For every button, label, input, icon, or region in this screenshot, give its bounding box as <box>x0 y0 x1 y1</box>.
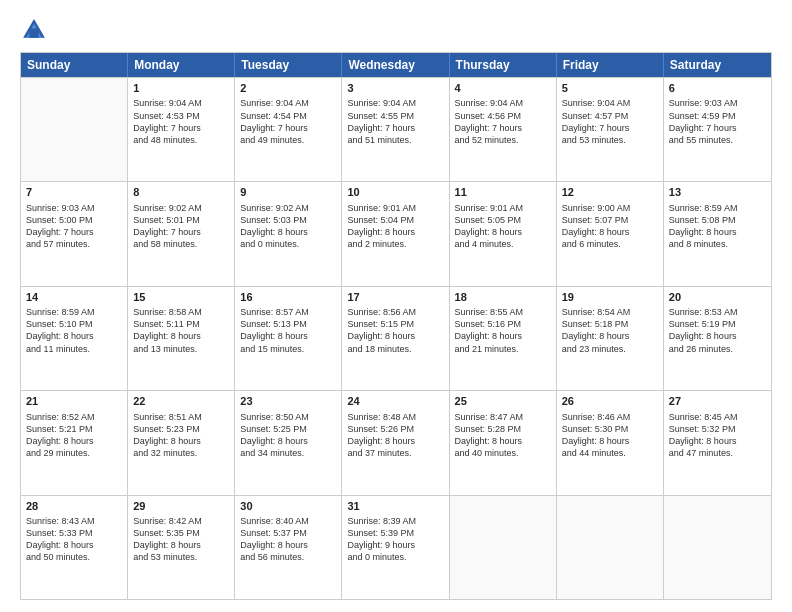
calendar-cell: 17Sunrise: 8:56 AM Sunset: 5:15 PM Dayli… <box>342 287 449 390</box>
logo-icon <box>20 16 48 44</box>
cell-info: Sunrise: 9:04 AM Sunset: 4:54 PM Dayligh… <box>240 97 336 146</box>
cell-info: Sunrise: 8:59 AM Sunset: 5:10 PM Dayligh… <box>26 306 122 355</box>
calendar-cell <box>21 78 128 181</box>
calendar-cell: 29Sunrise: 8:42 AM Sunset: 5:35 PM Dayli… <box>128 496 235 599</box>
day-number: 21 <box>26 394 122 409</box>
day-number: 23 <box>240 394 336 409</box>
weekday-header: Monday <box>128 53 235 77</box>
day-number: 5 <box>562 81 658 96</box>
cell-info: Sunrise: 8:50 AM Sunset: 5:25 PM Dayligh… <box>240 411 336 460</box>
calendar-cell: 1Sunrise: 9:04 AM Sunset: 4:53 PM Daylig… <box>128 78 235 181</box>
day-number: 20 <box>669 290 766 305</box>
cell-info: Sunrise: 9:04 AM Sunset: 4:55 PM Dayligh… <box>347 97 443 146</box>
day-number: 18 <box>455 290 551 305</box>
cell-info: Sunrise: 8:52 AM Sunset: 5:21 PM Dayligh… <box>26 411 122 460</box>
day-number: 7 <box>26 185 122 200</box>
calendar-cell: 22Sunrise: 8:51 AM Sunset: 5:23 PM Dayli… <box>128 391 235 494</box>
cell-info: Sunrise: 8:53 AM Sunset: 5:19 PM Dayligh… <box>669 306 766 355</box>
cell-info: Sunrise: 9:03 AM Sunset: 5:00 PM Dayligh… <box>26 202 122 251</box>
calendar-cell: 27Sunrise: 8:45 AM Sunset: 5:32 PM Dayli… <box>664 391 771 494</box>
cell-info: Sunrise: 8:46 AM Sunset: 5:30 PM Dayligh… <box>562 411 658 460</box>
calendar-header: SundayMondayTuesdayWednesdayThursdayFrid… <box>21 53 771 77</box>
weekday-header: Sunday <box>21 53 128 77</box>
day-number: 15 <box>133 290 229 305</box>
day-number: 4 <box>455 81 551 96</box>
calendar-cell: 13Sunrise: 8:59 AM Sunset: 5:08 PM Dayli… <box>664 182 771 285</box>
day-number: 9 <box>240 185 336 200</box>
day-number: 19 <box>562 290 658 305</box>
day-number: 22 <box>133 394 229 409</box>
cell-info: Sunrise: 8:40 AM Sunset: 5:37 PM Dayligh… <box>240 515 336 564</box>
day-number: 13 <box>669 185 766 200</box>
day-number: 24 <box>347 394 443 409</box>
cell-info: Sunrise: 8:54 AM Sunset: 5:18 PM Dayligh… <box>562 306 658 355</box>
calendar-cell: 12Sunrise: 9:00 AM Sunset: 5:07 PM Dayli… <box>557 182 664 285</box>
day-number: 16 <box>240 290 336 305</box>
calendar-cell: 15Sunrise: 8:58 AM Sunset: 5:11 PM Dayli… <box>128 287 235 390</box>
calendar-cell <box>664 496 771 599</box>
calendar-body: 1Sunrise: 9:04 AM Sunset: 4:53 PM Daylig… <box>21 77 771 599</box>
day-number: 26 <box>562 394 658 409</box>
day-number: 29 <box>133 499 229 514</box>
cell-info: Sunrise: 8:48 AM Sunset: 5:26 PM Dayligh… <box>347 411 443 460</box>
calendar-cell: 21Sunrise: 8:52 AM Sunset: 5:21 PM Dayli… <box>21 391 128 494</box>
day-number: 17 <box>347 290 443 305</box>
day-number: 14 <box>26 290 122 305</box>
calendar-row: 21Sunrise: 8:52 AM Sunset: 5:21 PM Dayli… <box>21 390 771 494</box>
calendar-row: 28Sunrise: 8:43 AM Sunset: 5:33 PM Dayli… <box>21 495 771 599</box>
cell-info: Sunrise: 8:51 AM Sunset: 5:23 PM Dayligh… <box>133 411 229 460</box>
cell-info: Sunrise: 8:58 AM Sunset: 5:11 PM Dayligh… <box>133 306 229 355</box>
calendar-cell: 25Sunrise: 8:47 AM Sunset: 5:28 PM Dayli… <box>450 391 557 494</box>
cell-info: Sunrise: 9:04 AM Sunset: 4:53 PM Dayligh… <box>133 97 229 146</box>
svg-rect-2 <box>29 28 38 37</box>
calendar-cell: 8Sunrise: 9:02 AM Sunset: 5:01 PM Daylig… <box>128 182 235 285</box>
logo <box>20 16 52 44</box>
calendar-cell: 18Sunrise: 8:55 AM Sunset: 5:16 PM Dayli… <box>450 287 557 390</box>
page: SundayMondayTuesdayWednesdayThursdayFrid… <box>0 0 792 612</box>
day-number: 3 <box>347 81 443 96</box>
day-number: 8 <box>133 185 229 200</box>
calendar-cell: 2Sunrise: 9:04 AM Sunset: 4:54 PM Daylig… <box>235 78 342 181</box>
calendar-cell: 28Sunrise: 8:43 AM Sunset: 5:33 PM Dayli… <box>21 496 128 599</box>
calendar-row: 14Sunrise: 8:59 AM Sunset: 5:10 PM Dayli… <box>21 286 771 390</box>
day-number: 1 <box>133 81 229 96</box>
cell-info: Sunrise: 9:01 AM Sunset: 5:04 PM Dayligh… <box>347 202 443 251</box>
calendar-cell: 14Sunrise: 8:59 AM Sunset: 5:10 PM Dayli… <box>21 287 128 390</box>
cell-info: Sunrise: 9:02 AM Sunset: 5:03 PM Dayligh… <box>240 202 336 251</box>
cell-info: Sunrise: 9:00 AM Sunset: 5:07 PM Dayligh… <box>562 202 658 251</box>
cell-info: Sunrise: 8:42 AM Sunset: 5:35 PM Dayligh… <box>133 515 229 564</box>
calendar-cell: 26Sunrise: 8:46 AM Sunset: 5:30 PM Dayli… <box>557 391 664 494</box>
day-number: 11 <box>455 185 551 200</box>
calendar-cell: 31Sunrise: 8:39 AM Sunset: 5:39 PM Dayli… <box>342 496 449 599</box>
cell-info: Sunrise: 9:04 AM Sunset: 4:56 PM Dayligh… <box>455 97 551 146</box>
weekday-header: Thursday <box>450 53 557 77</box>
weekday-header: Tuesday <box>235 53 342 77</box>
cell-info: Sunrise: 8:47 AM Sunset: 5:28 PM Dayligh… <box>455 411 551 460</box>
weekday-header: Saturday <box>664 53 771 77</box>
cell-info: Sunrise: 9:03 AM Sunset: 4:59 PM Dayligh… <box>669 97 766 146</box>
weekday-header: Wednesday <box>342 53 449 77</box>
calendar-row: 1Sunrise: 9:04 AM Sunset: 4:53 PM Daylig… <box>21 77 771 181</box>
cell-info: Sunrise: 8:43 AM Sunset: 5:33 PM Dayligh… <box>26 515 122 564</box>
calendar-cell: 20Sunrise: 8:53 AM Sunset: 5:19 PM Dayli… <box>664 287 771 390</box>
day-number: 2 <box>240 81 336 96</box>
day-number: 25 <box>455 394 551 409</box>
day-number: 30 <box>240 499 336 514</box>
calendar-cell: 6Sunrise: 9:03 AM Sunset: 4:59 PM Daylig… <box>664 78 771 181</box>
header <box>20 16 772 44</box>
cell-info: Sunrise: 9:02 AM Sunset: 5:01 PM Dayligh… <box>133 202 229 251</box>
calendar-cell: 24Sunrise: 8:48 AM Sunset: 5:26 PM Dayli… <box>342 391 449 494</box>
cell-info: Sunrise: 9:04 AM Sunset: 4:57 PM Dayligh… <box>562 97 658 146</box>
day-number: 27 <box>669 394 766 409</box>
calendar-cell <box>557 496 664 599</box>
cell-info: Sunrise: 9:01 AM Sunset: 5:05 PM Dayligh… <box>455 202 551 251</box>
day-number: 12 <box>562 185 658 200</box>
calendar-cell: 9Sunrise: 9:02 AM Sunset: 5:03 PM Daylig… <box>235 182 342 285</box>
calendar-row: 7Sunrise: 9:03 AM Sunset: 5:00 PM Daylig… <box>21 181 771 285</box>
cell-info: Sunrise: 8:55 AM Sunset: 5:16 PM Dayligh… <box>455 306 551 355</box>
day-number: 28 <box>26 499 122 514</box>
cell-info: Sunrise: 8:39 AM Sunset: 5:39 PM Dayligh… <box>347 515 443 564</box>
weekday-header: Friday <box>557 53 664 77</box>
calendar-cell: 3Sunrise: 9:04 AM Sunset: 4:55 PM Daylig… <box>342 78 449 181</box>
calendar-cell: 10Sunrise: 9:01 AM Sunset: 5:04 PM Dayli… <box>342 182 449 285</box>
